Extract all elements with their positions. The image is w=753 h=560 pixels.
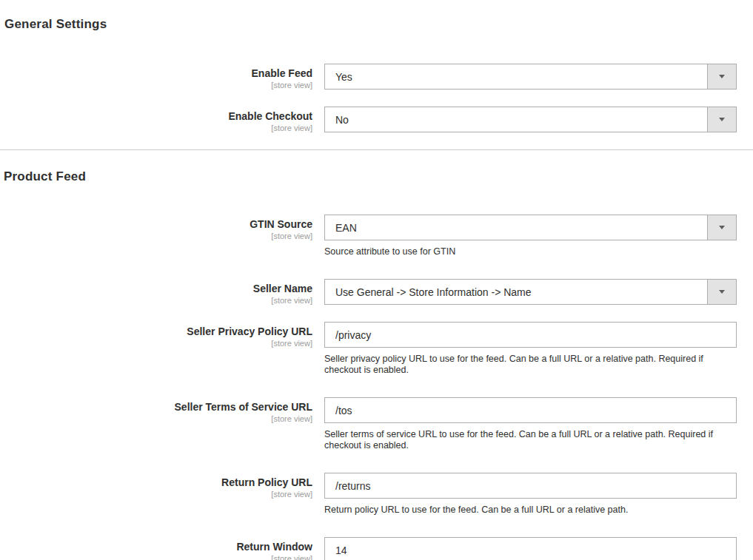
seller-terms-of-service-url-note: Seller terms of service URL to use for t… [324,429,720,451]
return-policy-url-label: Return Policy URL [0,476,312,488]
chevron-down-icon [707,280,736,304]
return-policy-url-scope: [store view] [0,489,312,499]
enable-feed-select[interactable]: Yes [324,64,737,90]
field-row-gtin-source: GTIN Source [store view] EAN Source attr… [0,215,753,257]
seller-name-scope: [store view] [0,295,312,306]
field-row-seller-privacy-policy-url: Seller Privacy Policy URL [store view] S… [0,322,753,376]
field-row-seller-name: Seller Name [store view] Use General -> … [0,279,753,306]
product-feed-fields: GTIN Source [store view] EAN Source attr… [0,215,753,560]
enable-checkout-label: Enable Checkout [0,110,312,122]
gtin-source-label: GTIN Source [0,218,312,230]
field-row-enable-checkout: Enable Checkout [store view] No [0,107,753,133]
enable-feed-label: Enable Feed [0,67,312,79]
chevron-down-icon [707,107,736,132]
settings-page: General Settings Enable Feed [store view… [0,0,753,560]
section-title-general-settings: General Settings [0,0,753,31]
enable-feed-select-value: Yes [335,71,352,83]
field-row-enable-feed: Enable Feed [store view] Yes [0,64,753,90]
enable-checkout-scope: [store view] [0,123,312,133]
return-policy-url-note: Return policy URL to use for the feed. C… [324,505,720,516]
chevron-down-icon [707,215,736,240]
gtin-source-select[interactable]: EAN [324,215,737,240]
seller-privacy-policy-url-input[interactable] [324,322,737,348]
seller-terms-of-service-url-input[interactable] [324,397,737,423]
enable-checkout-select[interactable]: No [324,107,737,132]
return-window-label: Return Window [0,541,312,553]
general-settings-fields: Enable Feed [store view] Yes Enable Chec… [0,64,753,133]
seller-name-select[interactable]: Use General -> Store Information -> Name [324,279,737,305]
field-row-return-policy-url: Return Policy URL [store view] Return po… [0,473,753,516]
seller-terms-of-service-url-scope: [store view] [0,414,312,424]
seller-privacy-policy-url-note: Seller privacy policy URL to use for the… [324,354,720,376]
gtin-source-select-value: EAN [335,222,357,234]
return-policy-url-input[interactable] [324,473,737,499]
section-title-product-feed: Product Feed [0,150,753,183]
enable-feed-scope: [store view] [0,80,312,90]
return-window-scope: [store view] [0,553,312,560]
gtin-source-scope: [store view] [0,231,312,241]
seller-name-select-value: Use General -> Store Information -> Name [335,286,532,298]
seller-privacy-policy-url-label: Seller Privacy Policy URL [0,325,312,337]
return-window-input[interactable] [324,537,737,560]
chevron-down-icon [707,64,736,89]
seller-privacy-policy-url-scope: [store view] [0,338,312,348]
seller-name-label: Seller Name [0,283,312,294]
seller-terms-of-service-url-label: Seller Terms of Service URL [0,401,312,413]
enable-checkout-select-value: No [335,114,349,126]
gtin-source-note: Source attribute to use for GTIN [324,246,720,257]
field-row-return-window: Return Window [store view] Days allowed … [0,537,753,560]
field-row-seller-terms-of-service-url: Seller Terms of Service URL [store view]… [0,397,753,451]
